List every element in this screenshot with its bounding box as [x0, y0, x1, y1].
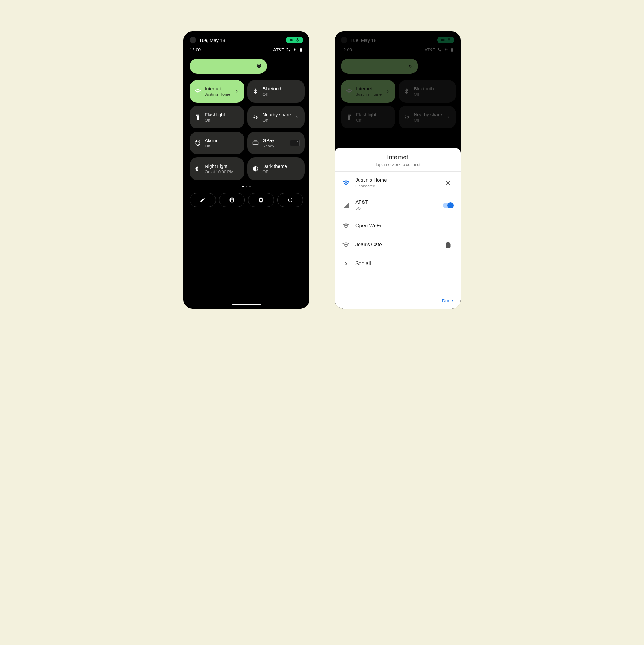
tile-flashlight[interactable]: Flashlight Off — [341, 106, 395, 129]
sheet-footer: Done — [335, 292, 461, 308]
power-icon — [287, 197, 293, 203]
network-action — [443, 203, 453, 208]
tile-title: Night Light — [205, 164, 239, 169]
network-row-at-t[interactable]: AT&T 5G — [335, 194, 461, 216]
lock-icon — [445, 242, 451, 248]
chevron-icon — [342, 260, 350, 267]
wifi-grey-icon — [342, 241, 350, 248]
brightness-track — [266, 66, 303, 66]
tiles-grid: Internet Justin's Home Bluetooth Off Fla… — [183, 80, 309, 180]
tile-subtitle: Off — [263, 92, 300, 97]
tile-subtitle: Off — [263, 118, 291, 123]
network-text: AT&T 5G — [355, 200, 437, 211]
network-row-see-all[interactable]: See all — [335, 254, 461, 273]
mic-icon — [447, 38, 451, 42]
done-button[interactable]: Done — [442, 298, 453, 303]
power-button[interactable] — [277, 193, 303, 207]
svg-point-1 — [409, 65, 411, 67]
edit-button[interactable] — [190, 193, 216, 207]
brightness-fill — [341, 58, 418, 74]
network-text: Justin's Home Connected — [355, 177, 437, 188]
contrast-icon — [253, 166, 259, 172]
network-text: Jean's Cafe — [355, 242, 437, 247]
close-icon[interactable] — [445, 180, 451, 186]
phone-internet-sheet: Tue, May 18 12:00 AT&T Internet Justin's… — [335, 31, 461, 308]
tile-dark-theme[interactable]: Dark theme Off — [247, 158, 305, 180]
tile-alarm[interactable]: Alarm Off — [190, 132, 244, 154]
chevron-right-icon — [446, 115, 451, 120]
statusbar-sub: 12:00 AT&T — [335, 46, 461, 55]
tile-bluetooth[interactable]: Bluetooth Off — [247, 80, 305, 103]
tile-title: Internet — [205, 86, 230, 91]
page-dots — [183, 186, 309, 187]
tile-title: Alarm — [205, 138, 239, 143]
tile-subtitle: Ready — [263, 144, 286, 148]
mobile-data-toggle[interactable] — [443, 203, 453, 208]
tile-text: Dark theme Off — [263, 164, 300, 174]
status-date: Tue, May 18 — [199, 37, 283, 43]
brightness-slider[interactable] — [190, 58, 303, 74]
tile-subtitle: Off — [356, 118, 390, 123]
wifi-blue-icon — [342, 179, 350, 187]
chevron-right-icon — [234, 89, 239, 94]
network-name: Jean's Cafe — [355, 242, 437, 247]
tile-subtitle: Justin's Home — [356, 92, 381, 97]
settings-button[interactable] — [248, 193, 274, 207]
person-icon — [229, 197, 235, 203]
chevron-right-icon — [385, 89, 390, 94]
tile-title: Nearby share — [414, 112, 442, 117]
camera-icon — [441, 38, 445, 42]
cellular-icon — [342, 202, 350, 209]
recording-pill[interactable] — [437, 36, 454, 43]
status-carrier: AT&T — [425, 47, 436, 52]
battery-icon — [299, 47, 303, 52]
tile-title: Dark theme — [263, 164, 300, 169]
network-name: Open Wi-Fi — [355, 223, 437, 229]
recording-pill[interactable] — [286, 36, 303, 43]
tile-text: Night Light On at 10:00 PM — [205, 164, 239, 174]
tile-subtitle: Off — [414, 118, 442, 123]
tile-subtitle: Off — [205, 118, 239, 123]
vowifi-icon — [286, 47, 291, 52]
network-row-open-wi-fi[interactable]: Open Wi-Fi — [335, 216, 461, 235]
tiles-grid: Internet Justin's Home Bluetooth Off Fla… — [335, 80, 461, 129]
brightness-track — [417, 66, 454, 66]
avatar[interactable] — [190, 37, 196, 43]
network-sub: Connected — [355, 184, 437, 188]
tile-title: Nearby share — [263, 112, 291, 117]
avatar[interactable] — [341, 37, 347, 43]
network-row-justin-s-home[interactable]: Justin's Home Connected — [335, 172, 461, 194]
tile-text: Bluetooth Off — [263, 86, 300, 97]
internet-sheet: Internet Tap a network to connect Justin… — [335, 148, 461, 308]
brightness-icon — [407, 63, 414, 69]
bluetooth-icon — [253, 88, 259, 94]
tile-nearby-share[interactable]: Nearby share Off — [398, 106, 456, 129]
gpay-card-icon — [290, 140, 300, 146]
tile-gpay[interactable]: GPay Ready — [247, 132, 305, 154]
battery-icon — [450, 47, 454, 52]
tile-title: Internet — [356, 86, 381, 91]
bluetooth-icon — [404, 88, 410, 94]
tile-title: Flashlight — [205, 112, 239, 117]
alarm-icon — [195, 140, 201, 146]
network-row-jean-s-cafe[interactable]: Jean's Cafe — [335, 235, 461, 254]
mic-icon — [296, 38, 300, 42]
tile-internet[interactable]: Internet Justin's Home — [341, 80, 395, 103]
tile-text: Flashlight Off — [205, 112, 239, 123]
tile-internet[interactable]: Internet Justin's Home — [190, 80, 244, 103]
gesture-bar[interactable] — [232, 304, 261, 305]
flashlight-icon — [195, 114, 201, 120]
user-button[interactable] — [219, 193, 245, 207]
network-list: Justin's Home Connected AT&T 5G Open Wi-… — [335, 172, 461, 292]
statusbar-top: Tue, May 18 — [335, 31, 461, 46]
tile-bluetooth[interactable]: Bluetooth Off — [398, 80, 456, 103]
wifi-grey-icon — [342, 222, 350, 230]
phone-quicksettings: Tue, May 18 12:00 AT&T Internet Justin's… — [183, 31, 309, 308]
network-action — [443, 180, 453, 186]
tile-title: Bluetooth — [414, 86, 451, 91]
tile-night-light[interactable]: Night Light On at 10:00 PM — [190, 158, 244, 180]
moon-icon — [195, 166, 201, 172]
tile-nearby-share[interactable]: Nearby share Off — [247, 106, 305, 129]
tile-flashlight[interactable]: Flashlight Off — [190, 106, 244, 129]
brightness-slider[interactable] — [341, 58, 454, 74]
